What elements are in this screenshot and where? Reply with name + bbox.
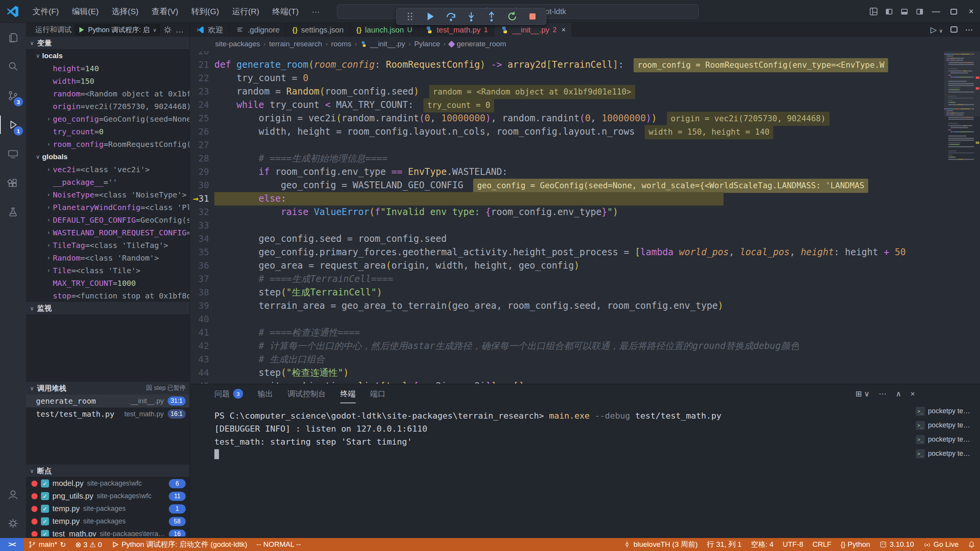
terminal-instance[interactable]: >_pocketpy te…: [916, 418, 978, 432]
breakpoint-row[interactable]: ✓model.pysite-packages\wfc6: [26, 477, 189, 490]
restart-button[interactable]: [504, 10, 521, 23]
breakpoint-row[interactable]: ✓temp.pysite-packages58: [26, 515, 189, 528]
close-tab-icon[interactable]: ×: [562, 26, 566, 34]
tab-settings.json[interactable]: {}settings.json: [286, 23, 350, 37]
maximize-button[interactable]: [945, 0, 962, 23]
menu-item-2[interactable]: 选择(S): [105, 4, 145, 19]
callstack-frame[interactable]: test/test_math.pytest_math.py16:1: [26, 408, 189, 421]
indentation[interactable]: 空格: 4: [746, 538, 778, 551]
breakpoint-checkbox[interactable]: ✓: [41, 492, 49, 500]
activity-explorer[interactable]: [0, 23, 26, 52]
activity-source-control[interactable]: 3: [0, 81, 26, 110]
toggle-sidebar-icon[interactable]: [881, 4, 897, 19]
python-version[interactable]: 3.10.10: [875, 538, 918, 551]
variable-row[interactable]: ›Tile = <class 'Tile'>: [26, 264, 189, 277]
variable-row[interactable]: ›Random = <class 'Random'>: [26, 251, 189, 264]
variable-row[interactable]: random = <Random object at 0x1bf9d01e…: [26, 87, 189, 100]
breadcrumb-item-terrain_research[interactable]: terrain_research: [269, 40, 322, 48]
split-editor-button[interactable]: [951, 25, 957, 34]
variables-group-locals[interactable]: ∨locals: [26, 49, 189, 62]
debug-config-dropdown[interactable]: Python 调试程序: 启 ∨: [75, 24, 160, 36]
breakpoint-checkbox[interactable]: ✓: [41, 479, 49, 487]
problems[interactable]: ⊗ 3 ⚠ 0: [71, 538, 107, 551]
panel-tab-问题[interactable]: 问题3: [214, 384, 243, 403]
variable-row[interactable]: width = 150: [26, 75, 189, 87]
start-debug-icon[interactable]: [78, 26, 85, 33]
breakpoint-row[interactable]: ✓png_utils.pysite-packages\wfc11: [26, 490, 189, 502]
menu-item-5[interactable]: 运行(R): [225, 4, 266, 19]
variables-section-header[interactable]: ∨变量: [26, 37, 189, 49]
callstack-frame[interactable]: generate_room__init__.py31:1: [26, 395, 189, 408]
variable-row[interactable]: ›TileTag = <class 'TileTag'>: [26, 239, 189, 251]
scm-author[interactable]: blueloveTH (3 周前): [619, 538, 702, 551]
continue-button[interactable]: [422, 10, 439, 23]
step-over-button[interactable]: [443, 10, 459, 23]
activity-search[interactable]: [0, 52, 26, 81]
variables-group-globals[interactable]: ∨globals: [26, 150, 189, 163]
tab--[interactable]: 欢迎: [190, 23, 230, 37]
debug-configuration[interactable]: Python 调试程序: 启动文件 (godot-ldtk): [106, 538, 252, 551]
editor-more-actions-button[interactable]: ⋯: [965, 25, 973, 34]
breadcrumb-item-rooms[interactable]: rooms: [331, 40, 351, 48]
panel-tab-输出[interactable]: 输出: [258, 384, 273, 403]
close-panel-icon[interactable]: ×: [910, 390, 915, 398]
breakpoints-section-header[interactable]: ∨断点: [26, 465, 189, 477]
tab-launch.json[interactable]: {}launch.jsonU: [350, 23, 419, 37]
vim-mode[interactable]: -- NORMAL --: [252, 538, 305, 551]
terminal-views-icon[interactable]: ⊞ ∨: [856, 389, 870, 398]
variable-row[interactable]: MAX_TRY_COUNT = 1000: [26, 277, 189, 289]
activity-accounts[interactable]: [0, 480, 26, 509]
stop-button[interactable]: [524, 10, 541, 23]
eol[interactable]: CRLF: [808, 538, 836, 551]
menu-item-3[interactable]: 查看(V): [145, 4, 185, 19]
tab-.gdignore[interactable]: .gdignore: [230, 23, 286, 37]
git-branch[interactable]: main*↻: [24, 538, 71, 551]
language-mode[interactable]: {} Python: [836, 538, 875, 551]
terminal-instance[interactable]: >_pocketpy te…: [916, 447, 978, 461]
breakpoint-checkbox[interactable]: ✓: [41, 505, 49, 513]
toggle-secondary-sidebar-icon[interactable]: [912, 4, 927, 19]
customize-layout-icon[interactable]: [866, 4, 881, 19]
go-live[interactable]: Go Live: [919, 538, 963, 551]
panel-tab-调试控制台[interactable]: 调试控制台: [287, 384, 326, 403]
breadcrumb-item-generate_room[interactable]: generate_room: [449, 40, 506, 48]
more-actions-icon[interactable]: ⋯: [879, 389, 887, 398]
breakpoint-checkbox[interactable]: ✓: [41, 530, 49, 536]
panel-tab-端口[interactable]: 端口: [370, 384, 385, 403]
variable-row[interactable]: __package__ = '': [26, 176, 189, 188]
variable-row[interactable]: try_count = 0: [26, 125, 189, 138]
variable-row[interactable]: ›DEFAULT_GEO_CONFIG = GeoConfig(seed=1…: [26, 214, 189, 226]
panel-tab-终端[interactable]: 终端: [340, 384, 356, 403]
callstack-section-header[interactable]: ∨调用堆栈 因 step 已暂停: [26, 382, 189, 395]
variable-row[interactable]: stop = <function stop at 0x1bf8d716d…: [26, 289, 189, 302]
activity-extensions[interactable]: [0, 168, 26, 197]
breakpoint-checkbox[interactable]: ✓: [41, 517, 49, 525]
minimize-button[interactable]: —: [927, 0, 945, 23]
variable-row[interactable]: ›WASTELAND_ROOM_REQUEST_CONFIG = RoomR…: [26, 226, 189, 239]
variable-row[interactable]: height = 140: [26, 62, 189, 75]
watch-section-header[interactable]: ∨监视: [26, 302, 189, 315]
breadcrumb-item-__init__.py[interactable]: __init__.py: [360, 40, 405, 48]
menu-item-1[interactable]: 编辑(E): [65, 4, 105, 19]
terminal-instance[interactable]: >_pocketpy te…: [916, 404, 978, 418]
activity-testing[interactable]: [0, 197, 26, 227]
variable-row[interactable]: ›vec2i = <class 'vec2i'>: [26, 163, 189, 176]
terminal-output[interactable]: PS C:\computer_science\godot-ldtk\site-p…: [214, 409, 907, 461]
breakpoint-row[interactable]: ✓temp.pysite-packages1: [26, 502, 189, 515]
variable-row[interactable]: ›PlanetaryWindConfig = <class 'Planeta…: [26, 201, 189, 214]
activity-remote-explorer[interactable]: [0, 139, 26, 168]
tab-test_math.py[interactable]: test_math.py1: [419, 23, 495, 37]
code-editor[interactable]: 2021def generate_room(room_config: RoomR…: [190, 51, 980, 384]
more-actions-icon[interactable]: …: [175, 25, 184, 35]
encoding[interactable]: UTF-8: [778, 538, 808, 551]
notifications[interactable]: [963, 538, 980, 551]
maximize-panel-icon[interactable]: ∧: [896, 389, 902, 398]
breakpoint-row[interactable]: ✓test_math.pysite-packages\terrain_res…1…: [26, 528, 189, 536]
variable-row[interactable]: ›room_config = RoomRequestConfig(env_t…: [26, 138, 189, 150]
menu-more-button[interactable]: ···: [305, 4, 326, 19]
variable-row[interactable]: origin = vec2i(7205730, 9024468): [26, 100, 189, 112]
variable-row[interactable]: ›NoiseType = <class 'NoiseType'>: [26, 188, 189, 201]
breadcrumb-item-Pylance[interactable]: Pylance: [414, 40, 440, 48]
menu-item-0[interactable]: 文件(F): [26, 4, 65, 19]
menu-item-6[interactable]: 终端(T): [266, 4, 305, 19]
